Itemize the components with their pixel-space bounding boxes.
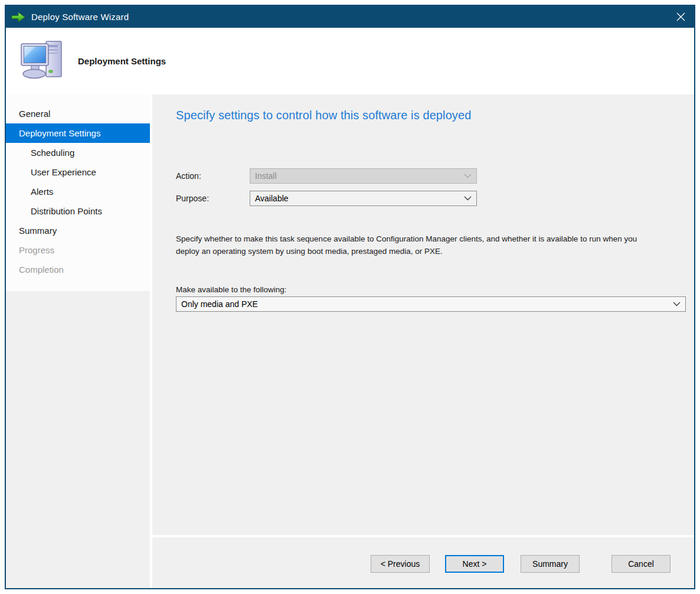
sidebar-item-user-experience[interactable]: User Experience <box>6 162 150 182</box>
right-column: Specify settings to control how this sof… <box>152 94 694 588</box>
cancel-button[interactable]: Cancel <box>611 555 670 573</box>
availability-value: Only media and PXE <box>181 299 258 309</box>
next-button[interactable]: Next > <box>445 555 504 573</box>
action-field-row: Action: Install <box>176 168 686 184</box>
form-fields: Action: Install Purpose: Available <box>176 168 686 206</box>
sidebar-item-distribution-points[interactable]: Distribution Points <box>6 201 150 221</box>
close-icon <box>676 12 686 22</box>
close-button[interactable] <box>667 6 694 28</box>
wizard-sidebar: General Deployment Settings Scheduling U… <box>6 94 150 588</box>
wizard-header: Deployment Settings <box>6 28 694 94</box>
summary-button[interactable]: Summary <box>521 555 580 573</box>
sidebar-item-deployment-settings[interactable]: Deployment Settings <box>6 123 150 143</box>
purpose-field-row: Purpose: Available <box>176 191 686 206</box>
make-available-label: Make available to the following: <box>176 285 686 294</box>
action-value: Install <box>255 171 277 181</box>
content-pane: Specify settings to control how this sof… <box>152 94 694 535</box>
action-label: Action: <box>176 171 250 181</box>
wizard-body: General Deployment Settings Scheduling U… <box>6 94 694 588</box>
deploy-software-wizard-window: Deploy Software Wizard <box>5 5 695 589</box>
content-heading: Specify settings to control how this sof… <box>176 109 686 122</box>
wizard-nav-list: General Deployment Settings Scheduling U… <box>6 94 150 291</box>
page-title: Deployment Settings <box>78 56 166 66</box>
chevron-down-icon <box>464 174 472 178</box>
computer-icon <box>18 38 67 87</box>
chevron-down-icon <box>673 302 681 306</box>
green-arrow-icon <box>11 11 26 23</box>
sidebar-item-completion: Completion <box>6 260 150 279</box>
previous-button[interactable]: < Previous <box>371 555 430 573</box>
availability-select[interactable]: Only media and PXE <box>176 296 686 312</box>
description-text: Specify whether to make this task sequen… <box>176 233 643 258</box>
sidebar-item-alerts[interactable]: Alerts <box>6 182 150 201</box>
window-title: Deploy Software Wizard <box>31 12 129 22</box>
wizard-footer: < Previous Next > Summary Cancel <box>152 535 694 588</box>
purpose-value: Available <box>255 194 289 203</box>
title-bar: Deploy Software Wizard <box>6 6 694 28</box>
chevron-down-icon <box>464 196 472 201</box>
purpose-label: Purpose: <box>176 194 250 203</box>
action-select: Install <box>250 168 477 184</box>
purpose-select[interactable]: Available <box>250 191 477 206</box>
sidebar-item-summary[interactable]: Summary <box>6 221 150 240</box>
sidebar-item-progress: Progress <box>6 240 150 260</box>
sidebar-item-scheduling[interactable]: Scheduling <box>6 143 150 162</box>
sidebar-item-general[interactable]: General <box>6 104 150 123</box>
